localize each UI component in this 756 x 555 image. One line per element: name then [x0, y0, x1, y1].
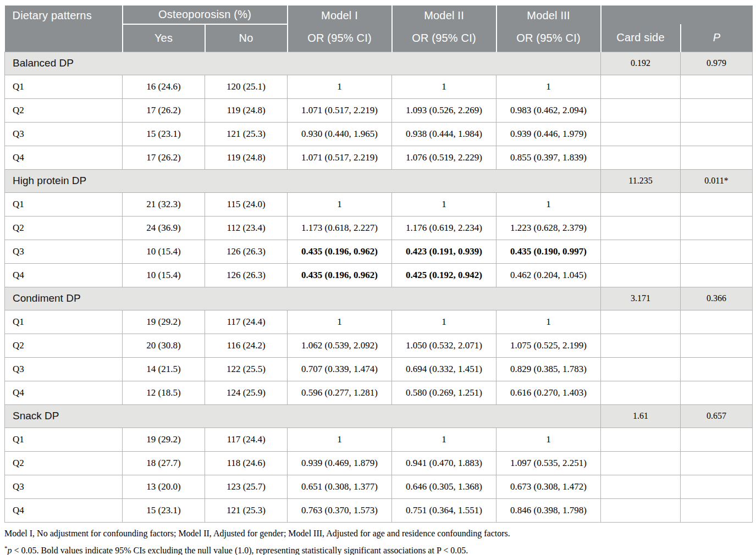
data-row: Q410 (15.4)126 (26.3)0.435 (0.196, 0.962…: [5, 263, 753, 287]
header-row-1: Dietary patterns Osteoporosisn (%) Model…: [5, 5, 753, 24]
no-count-cell: 117 (24.4): [205, 428, 288, 451]
model3-or-cell: 1.097 (0.535, 2.251): [496, 451, 601, 475]
model1-or-cell: 1.071 (0.517, 2.219): [288, 98, 392, 122]
data-row: Q315 (23.1)121 (25.3)0.930 (0.440, 1.965…: [5, 122, 753, 146]
header-no: No: [205, 24, 288, 52]
model2-or-cell: 0.423 (0.191, 0.939): [392, 240, 496, 263]
quartile-cell: Q2: [5, 451, 123, 475]
header-card-side: Card side: [601, 24, 681, 52]
table-body: Balanced DP0.1920.979Q116 (24.6)120 (25.…: [5, 52, 753, 522]
data-row: Q224 (36.9)112 (23.4)1.173 (0.618, 2.227…: [5, 216, 753, 240]
p-value-cell: [681, 75, 753, 98]
card-side-cell: [601, 146, 681, 169]
no-count-cell: 119 (24.8): [205, 98, 288, 122]
no-count-cell: 121 (25.3): [205, 498, 288, 522]
quartile-cell: Q1: [5, 310, 123, 334]
no-count-cell: 119 (24.8): [205, 146, 288, 169]
header-model-1-sub: OR (95% CI): [288, 25, 391, 51]
no-count-cell: 126 (26.3): [205, 240, 288, 263]
header-model-1: Model I OR (95% CI): [288, 5, 392, 52]
model1-or-cell: 0.939 (0.469, 1.879): [288, 451, 392, 475]
model1-or-cell: 1: [288, 428, 392, 451]
model2-or-cell: 1: [392, 310, 496, 334]
card-side-cell: [601, 451, 681, 475]
p-value-cell: [681, 428, 753, 451]
data-row: Q217 (26.2)119 (24.8)1.071 (0.517, 2.219…: [5, 98, 753, 122]
data-row: Q119 (29.2)117 (24.4)111: [5, 428, 753, 451]
quartile-cell: Q2: [5, 216, 123, 240]
yes-count-cell: 10 (15.4): [123, 263, 205, 287]
p-value-cell: [681, 310, 753, 334]
data-row: Q116 (24.6)120 (25.1)111: [5, 75, 753, 98]
model3-or-cell: 0.616 (0.270, 1.403): [496, 381, 601, 404]
yes-count-cell: 24 (36.9): [123, 216, 205, 240]
model3-or-cell: 0.939 (0.446, 1.979): [496, 122, 601, 146]
section-label: Balanced DP: [5, 52, 601, 75]
header-osteoporosis-group: Osteoporosisn (%): [123, 5, 288, 24]
p-value-cell: [681, 498, 753, 522]
header-dietary-patterns: Dietary patterns: [5, 5, 123, 52]
section-card-side: 1.61: [601, 404, 681, 428]
section-row: Snack DP1.610.657: [5, 404, 753, 428]
model2-or-cell: 1: [392, 428, 496, 451]
model3-or-cell: 0.673 (0.308, 1.472): [496, 475, 601, 498]
no-count-cell: 118 (24.6): [205, 451, 288, 475]
p-value-cell: [681, 263, 753, 287]
model1-or-cell: 0.707 (0.339, 1.474): [288, 357, 392, 381]
quartile-cell: Q2: [5, 98, 123, 122]
model3-or-cell: 1: [496, 75, 601, 98]
section-card-side: 0.192: [601, 52, 681, 75]
footnote-models-text: Model I, No adjustment for confounding f…: [4, 529, 510, 538]
header-p: P: [681, 24, 753, 52]
data-row: Q314 (21.5)122 (25.5)0.707 (0.339, 1.474…: [5, 357, 753, 381]
p-value-cell: [681, 98, 753, 122]
no-count-cell: 120 (25.1): [205, 75, 288, 98]
model2-or-cell: 1.076 (0.519, 2.229): [392, 146, 496, 169]
p-value-cell: [681, 381, 753, 404]
model1-or-cell: 1: [288, 75, 392, 98]
no-count-cell: 115 (24.0): [205, 192, 288, 216]
header-yes: Yes: [123, 24, 205, 52]
header-model-3-sub: OR (95% CI): [497, 25, 600, 51]
data-row: Q119 (29.2)117 (24.4)111: [5, 310, 753, 334]
p-value-cell: [681, 357, 753, 381]
data-row: Q412 (18.5)124 (25.9)0.596 (0.277, 1.281…: [5, 381, 753, 404]
no-count-cell: 122 (25.5): [205, 357, 288, 381]
table-container: Dietary patterns Osteoporosisn (%) Model…: [4, 5, 752, 523]
section-p-value: 0.657: [681, 404, 753, 428]
data-row: Q220 (30.8)116 (24.2)1.062 (0.539, 2.092…: [5, 334, 753, 357]
model1-or-cell: 1.173 (0.618, 2.227): [288, 216, 392, 240]
quartile-cell: Q4: [5, 381, 123, 404]
p-value-cell: [681, 146, 753, 169]
section-label: High protein DP: [5, 169, 601, 192]
yes-count-cell: 14 (21.5): [123, 357, 205, 381]
no-count-cell: 124 (25.9): [205, 381, 288, 404]
p-value-cell: [681, 451, 753, 475]
footnote-significance: *p < 0.05. Bold values indicate 95% CIs …: [4, 542, 751, 555]
section-p-value: 0.011*: [681, 169, 753, 192]
model2-or-cell: 0.938 (0.444, 1.984): [392, 122, 496, 146]
model3-or-cell: 1.223 (0.628, 2.379): [496, 216, 601, 240]
no-count-cell: 121 (25.3): [205, 122, 288, 146]
model3-or-cell: 0.983 (0.462, 2.094): [496, 98, 601, 122]
section-card-side: 3.171: [601, 287, 681, 310]
model3-or-cell: 1: [496, 192, 601, 216]
model1-or-cell: 1: [288, 310, 392, 334]
footnotes: Model I, No adjustment for confounding f…: [4, 528, 751, 555]
yes-count-cell: 12 (18.5): [123, 381, 205, 404]
model1-or-cell: 0.435 (0.196, 0.962): [288, 263, 392, 287]
section-label: Snack DP: [5, 404, 601, 428]
card-side-cell: [601, 240, 681, 263]
yes-count-cell: 18 (27.7): [123, 451, 205, 475]
card-side-cell: [601, 216, 681, 240]
p-value-cell: [681, 475, 753, 498]
model2-or-cell: 0.751 (0.364, 1.551): [392, 498, 496, 522]
model3-or-cell: 1: [496, 428, 601, 451]
model3-or-cell: 1: [496, 310, 601, 334]
p-value-cell: [681, 192, 753, 216]
model1-or-cell: 0.435 (0.196, 0.962): [288, 240, 392, 263]
model3-or-cell: 0.829 (0.385, 1.783): [496, 357, 601, 381]
no-count-cell: 126 (26.3): [205, 263, 288, 287]
no-count-cell: 112 (23.4): [205, 216, 288, 240]
data-row: Q121 (32.3)115 (24.0)111: [5, 192, 753, 216]
